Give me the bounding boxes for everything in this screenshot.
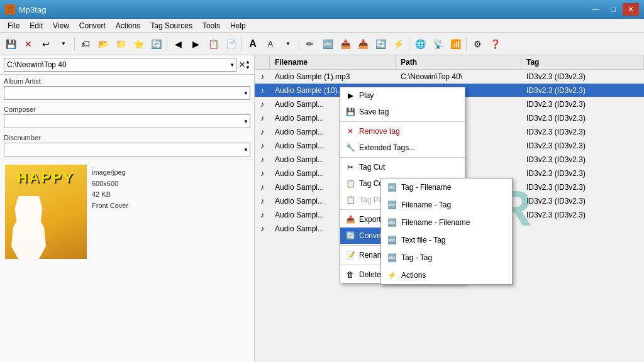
tb-export[interactable]: 📤: [337, 36, 353, 52]
tb-tag-load[interactable]: 🏷: [77, 36, 94, 52]
minimize-button[interactable]: —: [587, 3, 604, 16]
tb-copy[interactable]: 📋: [205, 36, 221, 52]
maximize-button[interactable]: □: [605, 3, 621, 16]
composer-arrow-icon: ▼: [243, 119, 248, 124]
remove-tag-icon: ✕: [345, 126, 355, 136]
tb-help[interactable]: ❓: [487, 36, 503, 52]
menu-actions[interactable]: Actions: [111, 20, 145, 31]
title-bar-left: 🎵 Mp3tag: [5, 4, 46, 14]
discnumber-arrow-icon: ▼: [243, 147, 248, 153]
ctx-play[interactable]: ▶ Play: [340, 87, 465, 104]
menu-help[interactable]: Help: [225, 20, 251, 31]
sub-filename-tag[interactable]: 🔤 Filename - Tag: [381, 196, 512, 214]
sub-tag-tag[interactable]: 🔤 Tag - Tag: [381, 249, 512, 266]
sub-actions[interactable]: ⚡ Actions: [381, 266, 512, 284]
tb-delete[interactable]: ✕: [20, 36, 36, 52]
tb-sep1: [74, 37, 75, 51]
delete-icon: 🗑: [345, 270, 355, 280]
tb-sep5: [409, 37, 409, 51]
title-bar: 🎵 Mp3tag — □ ✕: [0, 0, 644, 19]
tb-action[interactable]: ⚡: [390, 36, 406, 52]
col-header-filename[interactable]: Filename: [270, 55, 396, 69]
ctx-sep2: [340, 157, 465, 158]
tb-font-a2[interactable]: A: [262, 36, 279, 52]
close-button[interactable]: ✕: [623, 3, 639, 16]
tb-undo-arrow[interactable]: ▼: [55, 36, 72, 52]
album-info-type-label: Front Cover: [92, 200, 128, 212]
tb-tag-add[interactable]: 📂: [95, 36, 111, 52]
file-tag: ID3v2.3 (ID3v2.3): [521, 154, 644, 165]
file-tag: ID3v2.3 (ID3v2.3): [521, 182, 644, 193]
ctx-extended-tags[interactable]: 🔧 Extended Tags...: [340, 140, 465, 156]
menu-edit[interactable]: Edit: [25, 20, 48, 31]
tb-prev[interactable]: ◀: [170, 36, 186, 52]
ctx-remove-tag[interactable]: ✕ Remove tag: [340, 123, 465, 140]
col-header-icon[interactable]: [255, 55, 270, 69]
album-info-filesize: 42 KB: [92, 189, 128, 200]
ctx-extended-tags-label: Extended Tags...: [359, 143, 415, 152]
file-icon: ♪: [255, 211, 270, 219]
menu-convert[interactable]: Convert: [74, 20, 111, 31]
scroll-arrows: ▲ ▼: [245, 59, 250, 70]
tb-font-a[interactable]: A: [245, 36, 261, 52]
composer-input[interactable]: ▼: [4, 114, 250, 128]
menu-bar: File Edit View Convert Actions Tag Sourc…: [0, 19, 644, 33]
tb-paste[interactable]: 📄: [223, 36, 239, 52]
tag-copy-icon: 📋: [345, 178, 355, 189]
discnumber-input[interactable]: ▼: [4, 143, 250, 156]
tb-convert[interactable]: 🔄: [372, 36, 389, 52]
panel-close-button[interactable]: ✕: [239, 60, 245, 69]
sub-filename-filename[interactable]: 🔤 Filename - Filename: [381, 214, 512, 231]
tb-star[interactable]: ⭐: [130, 36, 147, 52]
tb-font-down[interactable]: ▼: [280, 36, 296, 52]
ctx-save-tag[interactable]: 💾 Save tag: [340, 104, 465, 120]
tb-save[interactable]: 💾: [3, 36, 19, 52]
tb-net2[interactable]: 📡: [430, 36, 446, 52]
tb-next[interactable]: ▶: [187, 36, 204, 52]
file-icon: ♪: [255, 169, 270, 178]
sub-tag-tag-label: Tag - Tag: [401, 253, 432, 262]
file-tag: ID3v2.3 (ID3v2.3): [521, 71, 644, 82]
sub-actions-label: Actions: [401, 271, 426, 280]
menu-file[interactable]: File: [3, 20, 25, 31]
tb-edit[interactable]: ✏: [302, 36, 318, 52]
file-tag: ID3v2.3 (ID3v2.3): [521, 85, 644, 96]
tb-sep4: [299, 37, 299, 51]
file-icon: ♪: [255, 72, 270, 81]
tb-refresh[interactable]: 🔄: [148, 36, 164, 52]
tb-import[interactable]: 📥: [355, 36, 371, 52]
file-icon: ♪: [255, 197, 270, 206]
sub-tag-filename-label: Tag - Filename: [401, 183, 451, 192]
actions-icon: ⚡: [386, 270, 397, 281]
tb-tag-edit[interactable]: 🔤: [319, 36, 336, 52]
menu-view[interactable]: View: [48, 20, 74, 31]
tb-net3[interactable]: 📶: [447, 36, 464, 52]
file-name: Audio Sample (1).mp3: [270, 71, 396, 82]
file-tag: [521, 228, 644, 230]
right-panel: Filename Path Tag ♪ Audio Sample (1).mp3…: [255, 55, 644, 362]
tb-settings[interactable]: ⚙: [469, 36, 486, 52]
col-header-tag[interactable]: Tag: [521, 55, 644, 69]
tb-net1[interactable]: 🌐: [412, 36, 428, 52]
sub-tag-filename[interactable]: 🔤 Tag - Filename: [381, 178, 512, 196]
col-header-path[interactable]: Path: [396, 55, 521, 69]
menu-tag-sources[interactable]: Tag Sources: [145, 20, 197, 31]
main-layout: ▼ ✕ ▲ ▼ Album Artist ▼ Composer ▼ Discnu…: [0, 55, 644, 362]
composer-label: Composer: [4, 106, 250, 113]
play-icon: ▶: [345, 90, 355, 101]
window-title: Mp3tag: [19, 5, 46, 14]
ctx-remove-tag-label: Remove tag: [359, 127, 400, 136]
ctx-tag-cut[interactable]: ✂ Tag Cut: [340, 159, 465, 175]
path-combo[interactable]: ▼: [4, 58, 236, 72]
tb-tag-folder[interactable]: 📁: [113, 36, 129, 52]
scroll-up-icon[interactable]: ▲: [245, 59, 250, 65]
tb-undo[interactable]: ↩: [38, 36, 54, 52]
ctx-sep1: [340, 121, 465, 122]
file-icon: ♪: [255, 183, 270, 192]
sub-textfile-tag[interactable]: 🔤 Text file - Tag: [381, 231, 512, 249]
menu-tools[interactable]: Tools: [197, 20, 225, 31]
scroll-down-icon[interactable]: ▼: [245, 65, 250, 70]
table-row[interactable]: ♪ Audio Sample (1).mp3 C:\Neowin\Top 40\…: [255, 70, 644, 84]
path-input[interactable]: [7, 60, 233, 69]
album-artist-input[interactable]: ▼: [4, 86, 250, 100]
